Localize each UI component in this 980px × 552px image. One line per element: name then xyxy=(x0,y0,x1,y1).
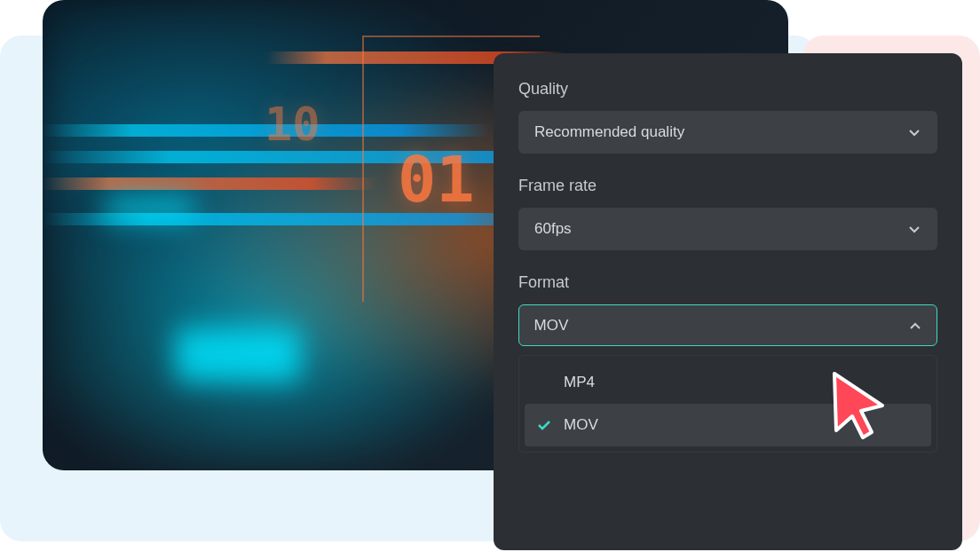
check-icon xyxy=(537,418,551,432)
decorative-digits: 01 xyxy=(398,142,475,217)
cursor-pointer-icon xyxy=(827,368,891,439)
quality-field: Quality Recommended quality xyxy=(518,80,937,154)
chevron-down-icon xyxy=(907,222,921,236)
format-option-label: MP4 xyxy=(564,374,595,390)
framerate-value: 60fps xyxy=(534,220,572,238)
chevron-up-icon xyxy=(908,319,922,333)
framerate-field: Frame rate 60fps xyxy=(518,177,937,250)
quality-label: Quality xyxy=(518,80,937,99)
export-settings-panel: Quality Recommended quality Frame rate 6… xyxy=(494,53,962,550)
quality-select[interactable]: Recommended quality xyxy=(518,111,937,154)
format-value: MOV xyxy=(534,317,569,335)
format-select[interactable]: MOV xyxy=(518,304,937,346)
format-label: Format xyxy=(518,273,937,292)
framerate-select[interactable]: 60fps xyxy=(518,208,937,250)
quality-value: Recommended quality xyxy=(534,123,684,141)
chevron-down-icon xyxy=(907,125,921,139)
framerate-label: Frame rate xyxy=(518,177,937,195)
format-option-label: MOV xyxy=(564,416,598,433)
decorative-digits-secondary: 10 xyxy=(265,98,320,151)
